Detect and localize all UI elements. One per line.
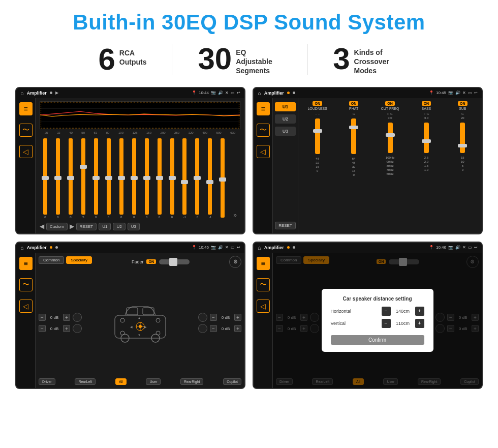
channel-bass: ON BASS FG 3.0 2.5 2.0 1.5 1.0: [410, 101, 442, 230]
home-icon[interactable]: ⌂: [20, 90, 24, 96]
sub-slider[interactable]: [460, 123, 465, 153]
channel-loudness: ON LOUDNESS ~~ 48 32 16: [301, 101, 333, 230]
crossover-u3-btn[interactable]: U3: [275, 127, 296, 136]
fader-on-badge[interactable]: ON: [146, 259, 156, 264]
tab-common[interactable]: Common: [39, 256, 64, 264]
eq-band-labels: 2532 4050 6380 100125 160200 250320 4005…: [40, 131, 240, 134]
stat-eq-label: EQ AdjustableSegments: [236, 48, 282, 76]
tab-specialty[interactable]: Specialty: [66, 256, 91, 264]
eq-icon[interactable]: ≡: [19, 102, 33, 115]
settings-icon[interactable]: ⚙: [229, 256, 241, 268]
svg-text:▼: ▼: [138, 334, 141, 337]
db-minus-3[interactable]: −: [210, 314, 217, 321]
btn-copilot[interactable]: Copilot: [223, 378, 241, 385]
waveform-icon[interactable]: 〜: [19, 124, 33, 137]
screenshots-grid: ⌂ Amplifier ▶ 📍 10:44 📷 🔊 ✕ ▭ ↩ ≡: [15, 87, 483, 389]
crossover-status-bar: ⌂ Amplifier 📍 10:45 📷 🔊 ✕ ▭ ↩: [254, 88, 482, 98]
home-icon-2[interactable]: ⌂: [258, 90, 261, 96]
crossover-u2-btn[interactable]: U2: [275, 114, 296, 124]
cutfreq-slider[interactable]: [388, 123, 393, 153]
eq-slider-9: 0: [145, 138, 149, 219]
dialog-vertical-minus[interactable]: −: [382, 319, 391, 328]
dialog-horizontal-minus[interactable]: −: [382, 307, 391, 316]
fader-main-content: Common Specialty Fader ON ⚙: [36, 253, 244, 388]
eq-scroll-right[interactable]: »: [233, 212, 237, 219]
eq-custom-btn[interactable]: Custom: [46, 223, 68, 230]
eq-slider-6: 0: [107, 138, 111, 219]
fader-status-right: 📍 10:46 📷 🔊 ✕ ▭ ↩: [192, 245, 240, 250]
db-plus-4[interactable]: +: [234, 325, 241, 332]
volume-icon-4: 🔊: [455, 245, 460, 250]
eq-app-name: Amplifier: [27, 91, 47, 96]
loudness-slider[interactable]: [315, 118, 320, 154]
btn-driver[interactable]: Driver: [39, 378, 55, 385]
back-icon-3[interactable]: ↩: [237, 245, 240, 250]
db-plus-3[interactable]: +: [234, 314, 241, 321]
home-icon-4[interactable]: ⌂: [258, 245, 261, 251]
camera-icon-2: 📷: [448, 91, 453, 95]
wifi-icon-2: ✕: [462, 91, 466, 95]
eq-next-btn[interactable]: ▶: [70, 223, 74, 230]
dialog-confirm-btn[interactable]: Confirm: [331, 335, 424, 345]
eq-icon-2[interactable]: ≡: [257, 102, 270, 115]
db-minus-2[interactable]: −: [39, 325, 46, 332]
eq-slider-13: 0: [195, 138, 199, 219]
phat-name: PHAT: [349, 107, 358, 110]
btn-rearright[interactable]: RearRight: [180, 378, 204, 385]
home-icon-3[interactable]: ⌂: [20, 245, 24, 251]
loudness-toggle[interactable]: ON: [313, 101, 322, 106]
btn-all[interactable]: All: [115, 378, 127, 385]
eq-u3-btn[interactable]: U3: [128, 223, 140, 230]
fader-right-controls: − 0 dB + − 0 dB +: [198, 313, 241, 333]
back-icon-4[interactable]: ↩: [474, 245, 478, 250]
svg-point-15: [156, 318, 160, 322]
volume-icon-3: 🔊: [218, 245, 223, 250]
db-minus-1[interactable]: −: [39, 314, 46, 321]
back-icon-2[interactable]: ↩: [474, 91, 478, 95]
cutfreq-toggle[interactable]: ON: [385, 101, 395, 106]
phat-toggle[interactable]: ON: [349, 101, 359, 106]
db-minus-4[interactable]: −: [210, 325, 217, 332]
speaker-icon-2[interactable]: ◁: [257, 145, 270, 158]
btn-rearleft[interactable]: RearLeft: [75, 378, 96, 385]
fader-status-dot: [50, 246, 52, 249]
waveform-icon-2[interactable]: 〜: [257, 124, 270, 137]
status-dot: [50, 92, 52, 94]
sub-toggle[interactable]: ON: [458, 101, 468, 106]
main-title: Buith-in 30EQ DSP Sound System: [15, 10, 483, 35]
svg-text:◀: ◀: [130, 325, 133, 328]
eq-main-content: 2532 4050 6380 100125 160200 250320 4005…: [36, 98, 244, 233]
eq-u1-btn[interactable]: U1: [99, 223, 111, 230]
back-icon[interactable]: ↩: [237, 91, 240, 95]
volume-icon-2: 🔊: [455, 91, 460, 95]
waveform-icon-4[interactable]: 〜: [257, 278, 270, 291]
crossover-u1-btn[interactable]: U1: [275, 102, 296, 111]
eq-slider-7: 0: [119, 138, 123, 219]
dialog-horizontal-plus[interactable]: +: [415, 307, 424, 316]
fader-label: Fader: [132, 259, 144, 264]
eq-icon-3[interactable]: ≡: [19, 257, 33, 270]
crossover-reset-btn[interactable]: RESET: [275, 222, 296, 229]
eq-u2-btn[interactable]: U2: [113, 223, 125, 230]
eq-icon-4[interactable]: ≡: [257, 257, 270, 270]
dialog-vertical-plus[interactable]: +: [415, 319, 424, 328]
db-plus-1[interactable]: +: [63, 314, 70, 321]
stat-rca-number: 6: [98, 44, 115, 75]
fader-slider[interactable]: [159, 259, 190, 264]
bass-slider[interactable]: [424, 123, 429, 153]
speaker-icon-4[interactable]: ◁: [257, 300, 270, 313]
db-plus-2[interactable]: +: [63, 325, 70, 332]
distance-status-bar: ⌂ Amplifier 📍 10:46 📷 🔊 ✕ ▭ ↩: [254, 243, 482, 253]
stat-crossover-number: 3: [333, 44, 350, 74]
bass-toggle[interactable]: ON: [422, 101, 431, 106]
camera-icon-4: 📷: [448, 245, 453, 250]
eq-prev-btn[interactable]: ◀: [40, 223, 44, 230]
speaker-icon[interactable]: ◁: [19, 145, 33, 158]
location-icon: 📍: [192, 91, 197, 95]
speaker-icon-3[interactable]: ◁: [19, 300, 33, 313]
waveform-icon-3[interactable]: 〜: [19, 278, 33, 291]
phat-slider[interactable]: [351, 118, 356, 154]
btn-user[interactable]: User: [146, 378, 161, 385]
channel-phat: ON PHAT G 64 48 32 16 0: [337, 101, 369, 230]
eq-reset-btn[interactable]: RESET: [76, 223, 97, 230]
